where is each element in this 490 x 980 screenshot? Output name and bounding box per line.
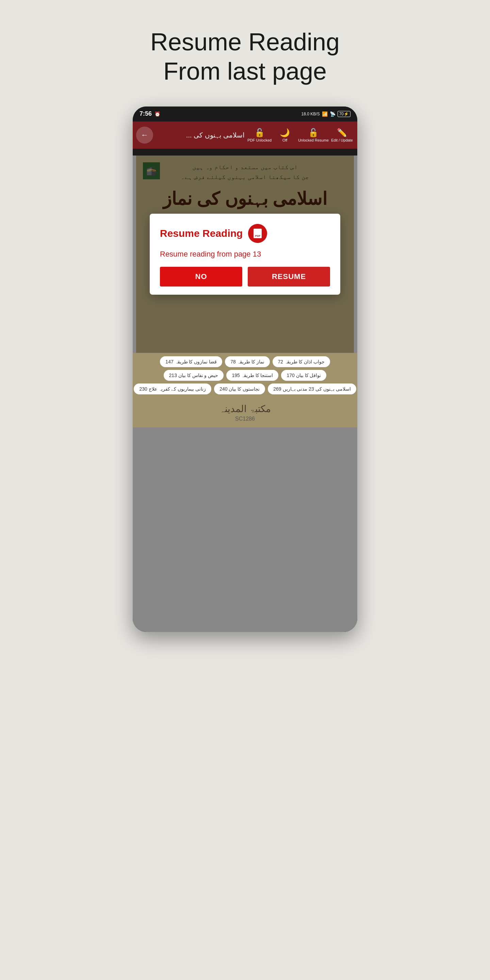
nav-action-unlocked-resume[interactable]: 🔓 Unlocked Resume [298, 128, 329, 142]
status-time: 7:56 [140, 110, 152, 118]
content-area: 🕋 اس کتاب میں مستعد و احکام وہ ہیں جن کا… [133, 156, 357, 632]
book-index: قضا نمازوں کا طریقہ 147 نماز کا طریقہ 78… [133, 353, 357, 398]
dialog-title: Resume Reading [160, 228, 243, 239]
nav-title: اسلامی بہنوں کی ... [156, 131, 245, 139]
pdf-icon: PDF [248, 224, 267, 243]
nav-action-night-mode[interactable]: 🌙 Off [273, 128, 297, 142]
status-alarm-icon: ⏰ [154, 111, 160, 117]
index-chip: زنانی بیماریوں کے کفریہ علاج 230 [134, 383, 211, 395]
page-headline: Resume Reading From last page [150, 27, 340, 86]
index-chip: نجاستوں کا بیان 240 [214, 383, 265, 395]
index-chip: حیض و نفاس کا بیان 213 [164, 370, 224, 381]
index-row-3: زنانی بیماریوں کے کفریہ علاج 230 نجاستوں… [136, 383, 354, 395]
edit-label: Edit / Update [331, 138, 353, 142]
index-chip: جواب اذان کا طریقہ 72 [272, 356, 330, 367]
index-chip: نماز کا طریقہ 78 [225, 356, 269, 367]
unlocked-resume-icon: 🔓 [308, 128, 318, 137]
back-button[interactable]: ← [136, 127, 153, 143]
dialog-buttons: NO RESUME [160, 267, 330, 286]
book-publisher: مکتبۃ المدینہ SC1286 [133, 398, 357, 427]
edit-icon: ✏️ [337, 128, 347, 137]
index-chip: قضا نمازوں کا طریقہ 147 [160, 356, 222, 367]
pdf-icon-inner: PDF [253, 229, 262, 238]
nav-action-edit[interactable]: ✏️ Edit / Update [330, 128, 354, 142]
nav-action-pdf-unlocked[interactable]: 🔓 PDF Unlocked [247, 128, 272, 142]
resume-button[interactable]: RESUME [248, 267, 330, 286]
unlocked-resume-label: Unlocked Resume [298, 138, 329, 142]
nav-bar: ← اسلامی بہنوں کی ... 🔓 PDF Unlocked 🌙 O… [133, 121, 357, 149]
publisher-code: SC1286 [138, 416, 352, 422]
index-chip: نوافل کا بیان 170 [281, 370, 326, 381]
status-battery: 70⚡ [337, 111, 350, 117]
index-chip: استنجا کا طریقہ 195 [226, 370, 278, 381]
status-wifi-icon: 📶 [322, 111, 328, 117]
status-bar: 7:56 ⏰ 18.0 KB/S 📶 📡 70⚡ [133, 107, 357, 121]
index-row-1: قضا نمازوں کا طریقہ 147 نماز کا طریقہ 78… [136, 356, 354, 367]
dialog-header: Resume Reading PDF [160, 224, 330, 243]
nav-actions: 🔓 PDF Unlocked 🌙 Off 🔓 Unlocked Resume ✏… [247, 128, 354, 142]
no-button[interactable]: NO [160, 267, 242, 286]
book-area: 🕋 اس کتاب میں مستعد و احکام وہ ہیں جن کا… [136, 156, 354, 353]
night-mode-icon: 🌙 [280, 128, 290, 137]
status-signal-icon: 📡 [330, 111, 336, 117]
back-icon: ← [141, 130, 148, 140]
resume-dialog: Resume Reading PDF Resume reading from p… [150, 214, 340, 295]
dialog-message: Resume reading from page 13 [160, 250, 330, 259]
night-mode-label: Off [282, 138, 287, 142]
phone-mockup: 7:56 ⏰ 18.0 KB/S 📶 📡 70⚡ ← اسلامی بہنوں … [133, 107, 357, 632]
index-chip: اسلامی بہنوں کی 23 مدنی بہاریں 269 [268, 383, 356, 395]
pdf-label-text: PDF [255, 234, 260, 237]
index-row-2: حیض و نفاس کا بیان 213 استنجا کا طریقہ 1… [136, 370, 354, 381]
status-right-area: 18.0 KB/S 📶 📡 70⚡ [301, 111, 350, 117]
dialog-overlay: Resume Reading PDF Resume reading from p… [136, 156, 354, 353]
publisher-logo: مکتبۃ المدینہ [138, 403, 352, 414]
pdf-unlocked-label: PDF Unlocked [247, 138, 272, 142]
status-network-speed: 18.0 KB/S [301, 111, 320, 116]
pdf-icon-page: PDF [253, 229, 262, 238]
pdf-unlocked-icon: 🔓 [255, 128, 265, 137]
status-time-area: 7:56 ⏰ [140, 110, 160, 118]
